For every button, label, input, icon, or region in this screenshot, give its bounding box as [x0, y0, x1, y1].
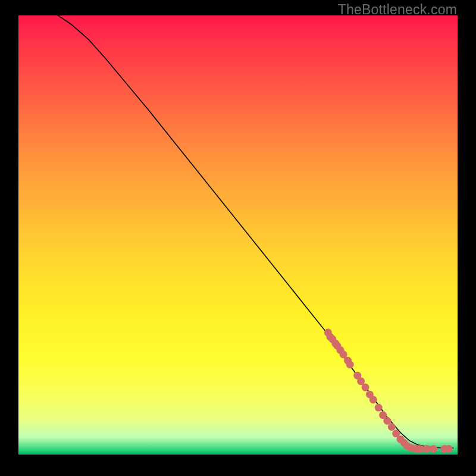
data-marker [362, 384, 369, 392]
data-marker [445, 445, 453, 453]
data-marker [346, 361, 354, 368]
data-marker [430, 445, 437, 453]
data-markers-group [324, 328, 453, 453]
data-marker [388, 423, 396, 431]
bottleneck-curve [58, 15, 453, 448]
data-marker [375, 404, 383, 412]
data-marker [416, 445, 424, 453]
data-marker [369, 396, 377, 403]
data-marker [423, 445, 431, 453]
chart-overlay [18, 15, 458, 455]
